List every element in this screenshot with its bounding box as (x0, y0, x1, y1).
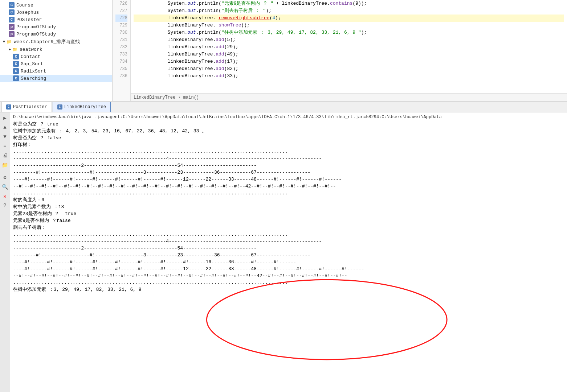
file-tree: C Course C Josephus C POSTester p Progra… (0, 0, 113, 101)
class-icon: C (13, 68, 19, 74)
down-button[interactable]: ▼ (1, 133, 9, 141)
output-tree2-l4a: ----#!------#!------#!------#!------#!--… (13, 259, 564, 265)
output-tree2-l4b: ----#!------#!------#!------#!------#!--… (13, 265, 564, 272)
class-icon: C (13, 61, 19, 67)
class-icon: C (9, 2, 15, 8)
sidebar-item-course[interactable]: C Course (0, 1, 112, 9)
settings-button[interactable]: ⚙ (1, 173, 9, 181)
sidebar-item-week7-folder[interactable]: ▼ 📁 week7.Chapter9_排序与查找 (0, 38, 112, 46)
wrap-button[interactable]: ≡ (1, 142, 9, 150)
code-line-732: linkedBinaryTree.add(29); (134, 44, 564, 51)
output-content[interactable]: D:\huawei\windowsJava\bin\java -javaagen… (10, 112, 567, 392)
sidebar-item-seatwork[interactable]: ▶ 📁 seatwork (0, 46, 112, 53)
question-button[interactable]: ? (1, 202, 9, 210)
output-tree-l3: --------#!-----------------#!-----------… (13, 169, 564, 176)
output-line-dots1: ........................................… (13, 148, 564, 155)
class-icon: C (13, 75, 19, 81)
output-dots2: ........................................… (13, 190, 564, 197)
sidebar-label: Contact (21, 54, 41, 59)
tab-label: LinkedBinaryTree (64, 104, 106, 110)
tab-postfixtester[interactable]: C PostfixTester (1, 102, 52, 112)
code-line-735: linkedBinaryTree.add(82); (134, 65, 564, 73)
print-button[interactable]: 🖨 (1, 152, 9, 160)
output-contains9: 元素9是否在树内 ？false (13, 217, 564, 224)
output-count: 树中的元素个数为 ：13 (13, 203, 564, 210)
code-line-730: System.out.println("往树中添加元素 ： 3, 29, 49,… (134, 29, 564, 36)
code-line-729: linkedBinaryTree. showTree(); (134, 22, 564, 29)
code-line-726: System.out.println("元素9是否在树内 ？ " + linke… (134, 0, 564, 7)
code-line-728: linkedBinaryTree. removeRightsubtree(4); (134, 15, 564, 22)
expand-icon: ▶ (9, 47, 11, 51)
output-tree2-l5: --#!--#!--#!--#!--#!--#!--#!--#!--#!--#!… (13, 272, 564, 279)
tab-label: PostfixTester (13, 104, 47, 110)
search-button[interactable]: 🔍 (1, 183, 9, 191)
sidebar-item-programofstudy1[interactable]: p ProgramOfStudy (0, 23, 112, 30)
sidebar-label: Searching (21, 76, 46, 81)
sidebar-label: POSTester (16, 17, 42, 22)
output-section: ▶ ▲ ▼ ≡ 🖨 📁 ⚙ 🔍 ✕ ? D:\huawei\windowsJav… (0, 112, 567, 392)
code-lines: System.out.println("元素9是否在树内 ？ " + linke… (131, 0, 567, 93)
output-height: 树的高度为：6 (13, 197, 564, 203)
sidebar-label: ProgramOfStudy (16, 24, 56, 30)
sidebar-item-gapsort[interactable]: C Gap_Sort (0, 60, 112, 67)
sidebar-item-radixsort[interactable]: C RadixSort (0, 67, 112, 75)
output-line-1: 树是否为空 ？ true (13, 121, 564, 128)
code-line-733: linkedBinaryTree.add(49); (134, 51, 564, 58)
output-contains23: 元素23是否在树内 ？ true (13, 210, 564, 217)
output-tree-l4: ----#!------#!------#!------#!------#!--… (13, 176, 564, 183)
output-tree2-root: ----------------------------------------… (13, 238, 564, 245)
output-path: D:\huawei\windowsJava\bin\java -javaagen… (13, 114, 564, 121)
up-button[interactable]: ▲ (1, 123, 9, 131)
class-icon: C (9, 17, 15, 22)
code-line-731: linkedBinaryTree.add(5); (134, 36, 564, 44)
tab-linkedbinarytree[interactable]: C LinkedBinaryTree (53, 102, 111, 112)
output-line-2: 往树中添加的元素有 ： 4, 2, 3, 54, 23, 16, 67, 22,… (13, 128, 564, 135)
output-dots4: ........................................… (13, 279, 564, 286)
sidebar-item-postester[interactable]: C POSTester (0, 16, 112, 23)
close-button[interactable]: ✕ (1, 192, 9, 200)
sidebar-label: Course (16, 3, 33, 8)
class-icon: C (13, 54, 19, 59)
package-icon: p (9, 31, 15, 37)
output-dots3: ........................................… (13, 231, 564, 238)
sidebar-label: Josephus (16, 10, 39, 15)
line-numbers: 726 727 728 729 730 731 732 733 734 735 … (113, 0, 131, 101)
sidebar-item-programofstudy2[interactable]: p ProgramOfStudy (0, 30, 112, 38)
code-line-736: linkedBinaryTree.add(33); (134, 73, 564, 80)
breadcrumb: LinkedBinaryTree › main() (131, 93, 567, 101)
folder-icon: 📁 (6, 39, 12, 45)
sidebar-label: seatwork (20, 47, 42, 52)
tab-bar: C PostfixTester C LinkedBinaryTree (0, 102, 567, 112)
breadcrumb-text: LinkedBinaryTree › main() (134, 95, 199, 100)
output-tree2-l3: --------#!-----------------#!-----------… (13, 252, 564, 259)
output-tree-l2: ------------------------2---------------… (13, 162, 564, 169)
sidebar-item-josephus[interactable]: C Josephus (0, 9, 112, 16)
output-wrapper: D:\huawei\windowsJava\bin\java -javaagen… (10, 112, 567, 392)
folder-icon: 📁 (12, 46, 18, 52)
output-tree-l5: --#!--#!--#!--#!--#!--#!--#!--#!--#!--#!… (13, 183, 564, 190)
code-editor: 726 727 728 729 730 731 732 733 734 735 … (113, 0, 567, 101)
run-button[interactable]: ▶ (1, 114, 9, 122)
sidebar-item-contact[interactable]: C Contact (0, 53, 112, 60)
output-add-label: 往树中添加元素 ：3, 29, 49, 17, 82, 33, 21, 6, 9 (13, 286, 564, 293)
output-toolbar: ▶ ▲ ▼ ≡ 🖨 📁 ⚙ 🔍 ✕ ? (0, 112, 10, 392)
output-remove-label: 删去右子树后： (13, 224, 564, 231)
sidebar-label: week7.Chapter9_排序与查找 (14, 38, 80, 45)
output-line-3: 树是否为空 ？ false (13, 135, 564, 141)
sidebar-item-searching[interactable]: C Searching (0, 75, 112, 82)
sidebar-label: RadixSort (21, 69, 46, 74)
output-tree-root: ----------------------------------------… (13, 155, 564, 162)
output-line-4: 打印树： (13, 141, 564, 148)
output-tree2-l2: ------------------------2---------------… (13, 245, 564, 252)
expand-icon: ▼ (3, 40, 5, 44)
tab-icon: C (6, 104, 11, 110)
tab-icon: C (57, 104, 62, 110)
code-line-727: System.out.println("删去右子树后 ： "); (134, 7, 564, 15)
sidebar-label: ProgramOfStudy (16, 32, 56, 37)
sidebar-label: Gap_Sort (21, 61, 43, 67)
folder-button[interactable]: 📁 (1, 161, 9, 169)
code-line-734: linkedBinaryTree.add(17); (134, 58, 564, 65)
package-icon: p (9, 24, 15, 30)
class-icon: C (9, 9, 15, 15)
